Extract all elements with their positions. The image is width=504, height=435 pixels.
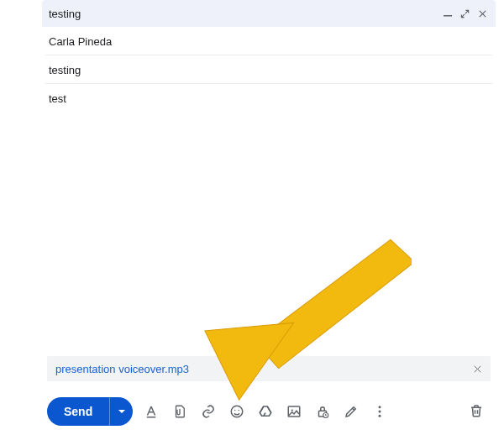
svg-point-11 (379, 415, 381, 417)
message-body[interactable]: test (42, 84, 496, 356)
formatting-icon[interactable] (143, 403, 160, 420)
insert-signature-icon[interactable] (343, 403, 360, 420)
attachment-chip[interactable]: presentation voiceover.mp3 (47, 356, 491, 381)
compose-toolbar: Send (42, 393, 496, 435)
svg-point-3 (234, 410, 236, 411)
expand-icon[interactable] (460, 9, 470, 18)
compose-window: testing Carla Pineda testing test presen… (42, 0, 496, 435)
more-options-icon[interactable] (371, 403, 388, 420)
to-value: Carla Pineda (49, 35, 112, 48)
svg-point-10 (379, 411, 381, 413)
compose-header: testing (42, 0, 496, 27)
subject-value: testing (49, 64, 81, 76)
compose-title: testing (49, 8, 81, 20)
insert-emoji-icon[interactable] (228, 403, 245, 420)
svg-point-4 (239, 410, 240, 411)
svg-rect-0 (444, 15, 452, 17)
insert-link-icon[interactable] (200, 403, 217, 420)
insert-drive-icon[interactable] (257, 403, 274, 420)
subject-field[interactable]: testing (45, 55, 492, 84)
minimize-icon[interactable] (444, 9, 452, 18)
attach-file-icon[interactable] (171, 403, 188, 420)
confidential-mode-icon[interactable] (314, 403, 331, 420)
attachment-remove-icon[interactable] (473, 364, 482, 374)
svg-point-6 (291, 409, 293, 411)
attachment-filename: presentation voiceover.mp3 (55, 363, 189, 375)
send-options-button[interactable] (109, 397, 133, 426)
svg-point-2 (231, 406, 243, 417)
discard-draft-icon[interactable] (469, 403, 486, 420)
insert-photo-icon[interactable] (286, 403, 302, 420)
svg-rect-1 (147, 417, 156, 418)
svg-point-9 (379, 406, 381, 408)
header-window-controls (444, 9, 487, 18)
toolbar-icons (143, 403, 388, 420)
send-button[interactable]: Send (47, 397, 109, 426)
to-field[interactable]: Carla Pineda (45, 27, 492, 55)
body-text: test (49, 92, 66, 105)
send-button-group: Send (47, 397, 133, 426)
close-icon[interactable] (478, 9, 487, 18)
